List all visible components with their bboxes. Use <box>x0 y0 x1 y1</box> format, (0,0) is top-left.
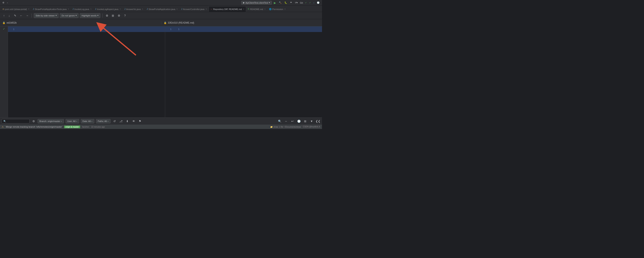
branch-dropdown-icon: ÷ <box>61 120 62 122</box>
diff-header: 🔒 ed1fd52b 🔒 33f2c010 (README.md) <box>0 19 322 26</box>
tab-permission[interactable]: 🌐 Permission × <box>267 6 287 12</box>
branch-filter-btn[interactable]: Branch: origin/master ÷ <box>38 119 64 123</box>
ignore-dropdown-btn[interactable]: Do not ignore ▾ <box>60 13 78 18</box>
tab-answercontroller[interactable]: J AnswerController.java × <box>180 6 209 12</box>
forward-btn[interactable]: → <box>25 13 30 18</box>
help-icon-btn[interactable]: ? <box>122 13 127 18</box>
paths-dropdown-icon: ÷ <box>107 120 108 122</box>
eye-btn[interactable]: 👁 <box>131 119 136 124</box>
tab-readme[interactable]: R README.md × <box>246 6 267 12</box>
lock-left-icon: 🔒 <box>2 22 6 24</box>
settings-icon[interactable]: ⚙ <box>2 1 5 5</box>
lock-right-icon: 🔒 <box>164 22 167 24</box>
run-config[interactable]: ▶ ApiClientTest.clientTest ▾ <box>241 1 272 5</box>
commit-message: Merge remote-tracking branch 'refs/remot… <box>6 126 62 128</box>
diff-nav-btn[interactable]: ↔ <box>284 119 288 124</box>
tab-pom-label: pom.xml (straw-portal) <box>5 8 27 11</box>
history-btn[interactable]: 🕐 <box>296 119 301 124</box>
tab-permission-label: Permission <box>272 8 283 11</box>
branch-tag: origin & master <box>64 126 80 128</box>
tab-answervo-label: AnswerVo.java <box>126 8 141 11</box>
tab-strawportaltest[interactable]: J StrawPortalApplicationTests.java × <box>31 6 71 12</box>
layout-btn[interactable]: ⊞ <box>303 119 308 124</box>
tab-strawportalapp[interactable]: J StrawPortalApplication.java × <box>145 6 180 12</box>
git-push-icon[interactable]: ↑ <box>312 1 316 5</box>
log-settings-btn[interactable]: ⚙ <box>31 119 36 124</box>
highlight-words-btn[interactable]: Highlight words ▾ <box>80 13 100 18</box>
tab-answercontroller-close[interactable]: × <box>206 8 207 10</box>
tab-answervo[interactable]: J AnswerVo.java × <box>122 6 145 12</box>
user-filter-btn[interactable]: User: All ÷ <box>66 119 79 123</box>
tab-pom-icon: m <box>2 8 4 10</box>
branch-filter-label: Branch: origin/master <box>40 120 60 122</box>
tab-permission-close[interactable]: × <box>284 8 286 10</box>
coverage-icon[interactable]: ☂ <box>289 1 293 5</box>
sep1 <box>32 14 32 18</box>
right-hash-file: 33f2c010 (README.md) <box>168 22 194 24</box>
filter-btn2[interactable]: ▼ <box>309 119 314 124</box>
settings-icon-btn[interactable]: ⚙ <box>104 13 109 18</box>
build-icon[interactable]: 🔨 <box>278 1 282 5</box>
run-config-dropdown[interactable]: ▾ <box>269 2 270 4</box>
diff-header-right: 🔒 33f2c010 (README.md) <box>161 22 322 24</box>
tab-reporeadme-close[interactable]: × <box>243 8 244 10</box>
tab-answercontroller-label: AnswerController.java <box>183 8 204 11</box>
tab-invokelog-close[interactable]: × <box>90 8 92 10</box>
tab-reporeadme[interactable]: ↔ Repository Diff: README.md × <box>209 6 246 12</box>
tab-invokelogaspect-label: InvokeLogAspect.java <box>97 8 118 11</box>
next-change-btn[interactable]: ↓ <box>7 13 12 18</box>
date-filter-btn[interactable]: Date: All ÷ <box>81 119 94 123</box>
viewer-label: Side-by-side viewer <box>36 15 55 17</box>
tab-invokelog[interactable]: J InvokeLog.java × <box>71 6 93 12</box>
debug-icon[interactable]: 🐛 <box>284 1 288 5</box>
undo-btn[interactable]: ↩ <box>290 119 295 124</box>
git-clock-icon[interactable]: 🕐 <box>316 1 320 5</box>
system-bar-right: ▶ ApiClientTest.clientTest ▾ ▶ 🔨 🐛 ☂ ↺▾ … <box>241 1 320 5</box>
git-check2-icon[interactable]: ✓ <box>308 1 312 5</box>
warning-icon: ⚠ <box>2 125 4 128</box>
log-search-input[interactable] <box>2 119 30 123</box>
run-button[interactable]: ▶ <box>273 1 277 5</box>
status-right: 📁 straw 1 file ~/Documents/straw CSDN @b… <box>270 125 320 128</box>
tab-answervo-close[interactable]: × <box>142 8 143 10</box>
user-dropdown-icon: ÷ <box>76 120 77 122</box>
tab-invokelogaspect-close[interactable]: × <box>120 8 121 10</box>
tab-pom-close[interactable]: × <box>28 8 30 10</box>
right-line-row: 1 1 <box>165 26 322 32</box>
download-btn[interactable]: ⬇ <box>125 119 130 124</box>
sidebar-gutter: ✓ <box>0 26 8 117</box>
columns-icon-btn[interactable]: ⊞ <box>110 13 115 18</box>
system-bar-left: ⚙ − <box>2 1 240 5</box>
tab-reporeadme-label: Repository Diff: README.md <box>213 8 242 11</box>
status-bar: ⚠ Merge remote-tracking branch 'refs/rem… <box>0 125 322 129</box>
back-btn[interactable]: ← <box>19 13 24 18</box>
tab-strawportaltest-close[interactable]: × <box>68 8 69 10</box>
highlight-words-dropdown-icon: ▾ <box>97 14 98 17</box>
tab-pom[interactable]: m pom.xml (straw-portal) × <box>1 6 31 12</box>
git-check1-icon[interactable]: ✓ <box>304 1 308 5</box>
reload-dropdown[interactable]: ↺▾ <box>294 1 298 5</box>
date-dropdown-icon: ÷ <box>91 120 92 122</box>
refresh-btn[interactable]: ↺ <box>112 119 117 124</box>
collapse-btn[interactable]: ❮❮ <box>316 119 320 124</box>
paths-filter-btn[interactable]: Paths: All ÷ <box>96 119 110 123</box>
diff-panel-right: 1 1 <box>165 26 322 117</box>
tab-strawportalapp-close[interactable]: × <box>176 8 178 10</box>
edit-btn[interactable]: ✎ <box>13 13 18 18</box>
tab-invokelogaspect[interactable]: J InvokeLogAspect.java × <box>93 6 122 12</box>
nav-arrows: ↑ ↓ <box>2 13 12 18</box>
gear-icon-btn[interactable]: ⚙ <box>116 13 121 18</box>
tab-readme-close[interactable]: × <box>264 8 266 10</box>
left-hash: ed1fd52b <box>6 22 16 24</box>
viewer-dropdown-btn[interactable]: Side-by-side viewer ▾ <box>34 13 58 18</box>
tab-reporeadme-icon: ↔ <box>210 8 212 10</box>
flag-btn[interactable]: ⚑ <box>138 119 142 124</box>
tab-invokelog-label: InvokeLog.java <box>74 8 89 11</box>
system-bar: ⚙ − ▶ ApiClientTest.clientTest ▾ ▶ 🔨 🐛 ☂… <box>0 0 322 6</box>
minimize-icon[interactable]: − <box>6 1 9 5</box>
branch-icon-btn[interactable]: ⎇ <box>118 119 123 124</box>
search-right-btn[interactable]: 🔍 <box>277 119 282 124</box>
right-line-num: 1 <box>173 28 181 31</box>
highlight-words-label: Highlight words <box>82 15 96 17</box>
prev-change-btn[interactable]: ↑ <box>2 13 6 18</box>
